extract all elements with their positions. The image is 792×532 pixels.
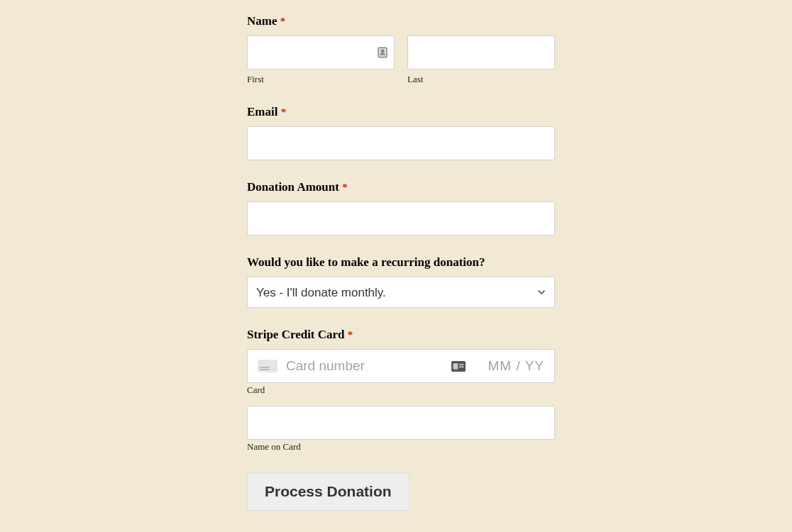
required-indicator: * bbox=[348, 329, 353, 340]
stripe-field-group: Stripe Credit Card * Card number MM / YY… bbox=[247, 328, 555, 453]
name-on-card-sublabel: Name on Card bbox=[247, 441, 301, 452]
card-input-row[interactable]: Card number MM / YY bbox=[247, 349, 555, 383]
first-name-sublabel: First bbox=[247, 74, 395, 85]
name-field-group: Name * First Last bbox=[247, 14, 555, 85]
email-field-group: Email * bbox=[247, 105, 555, 160]
donation-amount-field-group: Donation Amount * bbox=[247, 180, 555, 235]
name-label: Name * bbox=[247, 14, 555, 28]
required-indicator: * bbox=[280, 16, 286, 27]
recurring-label: Would you like to make a recurring donat… bbox=[247, 255, 555, 270]
last-name-sublabel: Last bbox=[407, 74, 555, 85]
autofill-icon bbox=[451, 361, 466, 372]
credit-card-icon bbox=[258, 360, 277, 372]
first-name-input[interactable] bbox=[247, 35, 395, 70]
svg-rect-4 bbox=[458, 364, 463, 365]
last-name-input[interactable] bbox=[407, 35, 555, 70]
recurring-field-group: Would you like to make a recurring donat… bbox=[247, 255, 555, 308]
svg-rect-3 bbox=[453, 363, 458, 369]
card-expiry-placeholder: MM / YY bbox=[488, 358, 545, 374]
email-label: Email * bbox=[247, 105, 555, 119]
svg-rect-5 bbox=[458, 366, 463, 367]
name-on-card-input[interactable] bbox=[247, 406, 555, 440]
process-donation-button[interactable]: Process Donation bbox=[247, 472, 409, 511]
donation-amount-input[interactable] bbox=[247, 201, 555, 235]
required-indicator: * bbox=[281, 106, 287, 118]
recurring-select[interactable]: Yes - I'll donate monthly. bbox=[247, 277, 555, 308]
name-input-row: First Last bbox=[247, 35, 555, 85]
stripe-label: Stripe Credit Card * bbox=[247, 328, 555, 342]
email-input[interactable] bbox=[247, 126, 555, 160]
card-number-placeholder: Card number bbox=[286, 358, 443, 374]
card-sublabel: Card bbox=[247, 384, 265, 395]
required-indicator: * bbox=[342, 182, 348, 193]
donation-form: Name * First Last bbox=[247, 14, 555, 511]
donation-amount-label: Donation Amount * bbox=[247, 180, 555, 194]
